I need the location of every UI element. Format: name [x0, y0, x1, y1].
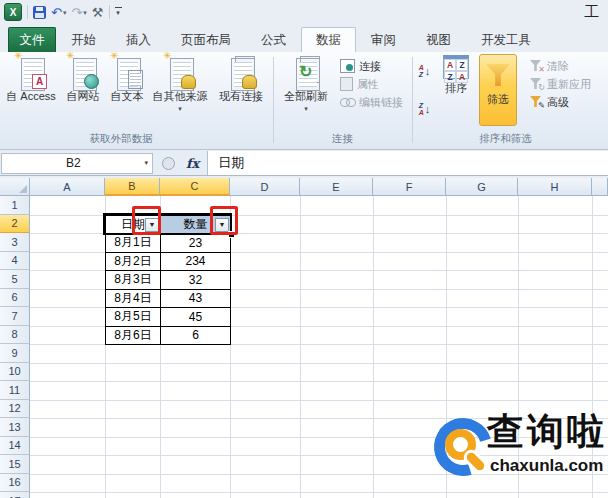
save-icon[interactable] [33, 6, 46, 19]
row-header-15[interactable]: 15 [0, 455, 30, 474]
worksheet: A B C D E F G H 1 2 3 4 5 6 7 8 9 10 11 … [0, 178, 608, 498]
tab-home[interactable]: 开始 [56, 27, 111, 52]
customize-qat-button[interactable]: ▾ [115, 7, 122, 17]
cell-date[interactable]: 8月5日 [106, 308, 161, 327]
separator [109, 5, 110, 19]
cell-qty[interactable]: 234 [161, 253, 231, 272]
row-header-11[interactable]: 11 [0, 381, 30, 400]
cell-qty[interactable]: 6 [161, 327, 231, 346]
row-header-3[interactable]: 3 [0, 233, 30, 252]
table-row: 8月5日 45 [106, 308, 231, 327]
from-text-icon: ✳ [114, 55, 140, 87]
advanced-filter-button[interactable]: ✎ 高级 [530, 94, 591, 110]
chain-link-icon [340, 98, 355, 106]
column-header-e[interactable]: E [300, 178, 373, 196]
filter-button-active[interactable]: 筛选 [479, 54, 517, 126]
column-header-partial[interactable] [592, 178, 608, 196]
insert-function-button[interactable]: fx [186, 156, 199, 171]
reapply-button: ↻ 重新应用 [530, 76, 591, 92]
cell-qty[interactable]: 43 [161, 290, 231, 309]
sort-ascending-button[interactable]: AZ ↓ [414, 60, 435, 81]
row-header-2[interactable]: 2 [0, 215, 30, 234]
tab-insert[interactable]: 插入 [111, 27, 166, 52]
globe-icon [84, 74, 99, 89]
column-header-f[interactable]: F [373, 178, 446, 196]
from-web-icon: ✳ [70, 55, 96, 87]
cell-date[interactable]: 8月4日 [106, 290, 161, 309]
clear-filter-label: 清除 [547, 59, 569, 74]
filter-dropdown-qty-button[interactable]: ▼ [215, 218, 229, 232]
column-header-b[interactable]: B [105, 178, 160, 196]
window-title-fragment: 工 [584, 3, 599, 22]
from-other-sources-button[interactable]: ✳ 自其他来源 ▾ [149, 55, 211, 113]
existing-connections-button[interactable]: 现有连接 [213, 55, 269, 104]
refresh-all-button[interactable]: ↻ 全部刷新 ▾ [277, 55, 335, 113]
row-header-12[interactable]: 12 [0, 400, 30, 419]
tab-data[interactable]: 数据 [301, 27, 356, 52]
from-web-button[interactable]: ✳ 自网站 [61, 55, 105, 104]
name-box-dropdown-icon[interactable]: ▾ [144, 159, 148, 167]
tab-developer[interactable]: 开发工具 [466, 27, 546, 52]
separator [27, 5, 28, 19]
row-header-1[interactable]: 1 [0, 196, 30, 215]
connections-small-buttons: 连接 属性 编辑链接 [340, 58, 403, 110]
row-header-13[interactable]: 13 [0, 418, 30, 437]
column-header-d[interactable]: D [230, 178, 300, 196]
formula-input[interactable]: 日期 [207, 151, 608, 175]
row-header-4[interactable]: 4 [0, 252, 30, 271]
row-header-8[interactable]: 8 [0, 326, 30, 345]
tab-review[interactable]: 审阅 [356, 27, 411, 52]
connections-button[interactable]: 连接 [340, 58, 403, 74]
filter-label: 筛选 [487, 92, 509, 107]
column-header-c[interactable]: C [160, 178, 230, 196]
row-header-17[interactable]: 17 [0, 492, 30, 498]
group-divider [412, 57, 413, 143]
row-header-5[interactable]: 5 [0, 270, 30, 289]
cell-date[interactable]: 8月3日 [106, 271, 161, 290]
tab-view[interactable]: 视图 [411, 27, 466, 52]
watermark-domain: chaxunla.com [490, 456, 603, 476]
cell-date[interactable]: 8月1日 [106, 234, 161, 253]
column-header-row: A B C D E F G H [0, 178, 608, 196]
cell-qty[interactable]: 45 [161, 308, 231, 327]
letter-a: A [419, 64, 424, 71]
gridline-vertical [373, 196, 374, 498]
row-header-9[interactable]: 9 [0, 344, 30, 363]
column-header-h[interactable]: H [518, 178, 592, 196]
select-all-corner[interactable] [0, 178, 30, 196]
cell-qty[interactable]: 32 [161, 271, 231, 290]
group-label-connections: 连接 [273, 132, 412, 146]
tab-file[interactable]: 文件 [8, 27, 56, 52]
row-header-6[interactable]: 6 [0, 289, 30, 308]
tab-formulas[interactable]: 公式 [246, 27, 301, 52]
chevron-down-icon: ▾ [304, 105, 308, 113]
from-access-button[interactable]: ✳ A 自 Access [2, 55, 60, 104]
cell-date[interactable]: 8月6日 [106, 327, 161, 346]
watermark-brand: 查询啦 [487, 407, 607, 457]
cell-b2-active[interactable]: 日期 ▼ [106, 216, 161, 235]
row-header-7[interactable]: 7 [0, 307, 30, 326]
cell-c2-selected[interactable]: 数量 ▼ [161, 216, 231, 235]
group-label-get-external-data: 获取外部数据 [0, 132, 242, 146]
tab-page-layout[interactable]: 页面布局 [166, 27, 246, 52]
fill-handle[interactable] [228, 231, 235, 238]
redo-dropdown-icon: ▾ [83, 9, 87, 16]
cell-date[interactable]: 8月2日 [106, 253, 161, 272]
from-access-icon: ✳ A [18, 55, 44, 87]
undo-button[interactable]: ↶ ▾ [51, 6, 66, 19]
column-header-a[interactable]: A [30, 178, 105, 196]
column-header-g[interactable]: G [446, 178, 518, 196]
name-box[interactable]: B2 ▾ [1, 153, 153, 174]
row-header-16[interactable]: 16 [0, 474, 30, 493]
cell-qty[interactable]: 23 [161, 234, 231, 253]
filter-dropdown-date-button[interactable]: ▼ [145, 218, 159, 232]
undo-dropdown-icon[interactable]: ▾ [63, 9, 67, 16]
customize-tools-icon[interactable]: ⚒ [92, 5, 104, 20]
sort-button[interactable]: AZ ZA 排序 [436, 55, 476, 96]
database-icon [181, 75, 196, 89]
row-header-10[interactable]: 10 [0, 363, 30, 382]
sort-descending-button[interactable]: ZA ↓ [414, 98, 435, 119]
reapply-icon: ↻ [530, 78, 543, 90]
from-text-button[interactable]: ✳ 自文本 [105, 55, 149, 104]
row-header-14[interactable]: 14 [0, 437, 30, 456]
